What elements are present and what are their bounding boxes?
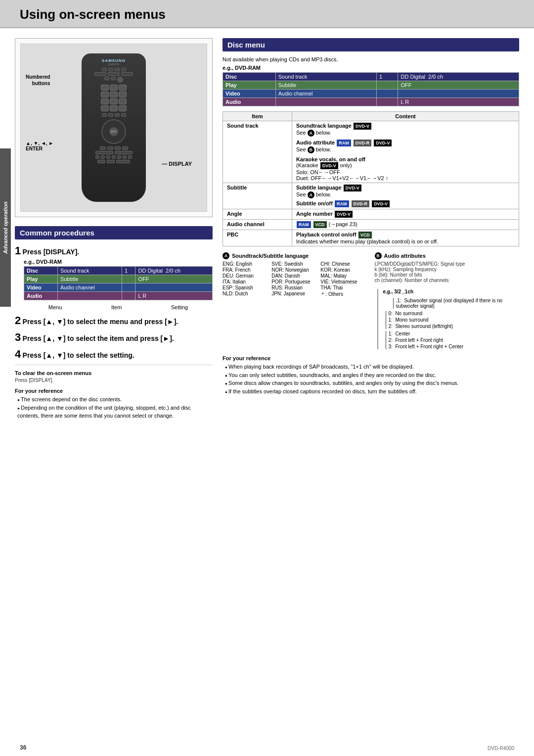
section-a-title: A Soundtrack/Subtitle language [222,252,367,259]
bc1[interactable] [95,155,99,159]
page-number: 36 [20,744,26,751]
enter-btn[interactable]: ENT [109,127,118,136]
play-btn[interactable] [108,113,113,117]
col-content: Content [292,112,519,121]
diagram-surround: 0: No surround 1: Mono surround 2: Stere… [386,311,520,329]
row-disc-label: Disc [24,267,58,275]
lang-item: THA: Thai [320,285,367,290]
diagram-branch: .1: Subwoofer signal (not displayed if t… [393,298,520,309]
btn-wide2[interactable] [108,72,120,76]
circle-b: B [375,252,382,259]
transport-row [102,113,126,117]
step-4-num: 4 [15,348,21,360]
row-video-num [122,284,135,292]
bc3[interactable] [106,155,110,159]
lang-item: JPN: Japanese [271,291,318,298]
step-1-num: 1 [15,244,21,257]
ref-item: Some discs allow changes to soundtracks,… [225,379,519,387]
clear-title: To clear the on-screen menus [15,370,213,376]
num-2[interactable] [110,85,118,91]
btn2[interactable] [108,68,113,71]
num-4[interactable] [101,92,109,97]
numbered-buttons-label: Numberedbuttons [26,74,50,87]
disc-menu-header: Disc menu [222,38,519,51]
bc4[interactable] [112,155,116,159]
num-100[interactable] [110,105,118,111]
num-5[interactable] [110,92,118,97]
btn1[interactable] [102,68,107,71]
language-grid: ENG: English SVE: Swedish CHI: Chinese F… [222,261,367,298]
rew-btn[interactable] [102,113,107,117]
row-play-label: Play [24,275,58,284]
btn3[interactable] [115,68,120,71]
diagram-item: 3: Front left + Front right + Center [389,344,520,349]
audio-attr-line4: ch (channel): Number of channels [375,278,520,283]
content-line: Playback control on/off VCD [296,232,515,238]
erase-btn[interactable] [97,160,105,163]
func-btn4[interactable] [122,146,128,150]
num-6[interactable] [119,92,127,97]
power-btn[interactable] [117,77,123,83]
lang-item: MAL: Malay [320,273,367,279]
num-1[interactable] [101,85,109,91]
btn-s2[interactable] [111,77,116,80]
row-disc-num: 1 [122,267,135,275]
num-9[interactable] [119,98,127,104]
section-b-label: Audio attributes [384,253,426,259]
bb2[interactable] [115,151,133,154]
rec-btn[interactable] [116,160,130,163]
btn-s1[interactable] [104,77,109,80]
btn-wide1[interactable] [94,72,106,76]
disc-content-table: Item Content Sound track Soundtrack lang… [222,111,519,246]
disc-menu-intro: Not available when playing CDs and MP3 d… [222,56,519,62]
num-8[interactable] [110,98,118,104]
bc7[interactable] [128,155,132,159]
bb1[interactable] [95,151,113,154]
row-video-num [377,90,398,98]
content-subtitle: Subtitle language DVD-V See A below. Sub… [292,183,519,209]
btn-wide3[interactable] [121,72,133,76]
diagram-item: 1: Mono surround [389,317,520,323]
remote-image: Numberedbuttons ▲, ▼, ◄, ►ENTER — DISPLA… [20,44,207,212]
num-0[interactable] [101,105,109,111]
content-line: Subtitle language DVD-V [296,185,515,191]
section-a-label: Soundtrack/Subtitle language [232,253,309,259]
lang-item: FRA: French [222,267,269,273]
lang-item: DEU: German [222,273,269,279]
table-row: Disc Sound track 1 DD Digital 2/0 ch [24,267,213,275]
table-row: Angle Angle number DVD-V [223,209,519,220]
lang-item: VIE: Vietnamese [320,279,367,284]
diagram-item: .1: Subwoofer signal (not displayed if t… [396,298,520,309]
step-3-text: Press [▲, ▼] to select the item and pres… [23,334,174,342]
skip-btn[interactable] [121,113,126,117]
row-audio-item [57,292,122,300]
remote-body: SAMSUNG DVD/TV [82,53,146,202]
top-buttons [102,68,126,71]
num-vol[interactable] [119,105,127,111]
common-procedures-section: Common procedures 1 Press [DISPLAY]. e.g… [15,226,213,420]
num-3[interactable] [119,85,127,91]
number-grid [101,85,127,111]
step1-eg-label: e.g., DVD-RAM [24,259,213,265]
bottom-row2 [95,155,132,159]
ff-btn[interactable] [115,113,120,117]
row-video-label: Video [223,90,276,98]
diagram-item: 2: Stereo surround (left/right) [389,324,520,329]
display-label: — DISPLAY [162,161,192,167]
func-btn2[interactable] [107,146,113,150]
bc6[interactable] [123,155,127,159]
table-row: Play Subtitle OFF [223,81,519,90]
func-btn1[interactable] [100,146,106,150]
footer-menu: Menu [48,304,62,310]
bc2[interactable] [101,155,105,159]
footer-item: Item [111,304,122,310]
btn4[interactable] [121,68,126,71]
reference-title-left: For your reference [15,388,213,394]
ref-item: The screens depend on the disc contents. [17,395,213,404]
fine-btn[interactable] [107,160,115,163]
func-btn3[interactable] [115,146,121,150]
ref-item: When playing back recordings of SAP broa… [225,363,519,371]
num-7[interactable] [101,98,109,104]
bc5[interactable] [117,155,121,159]
table-row: Disc Sound track 1 DD Digital 2/0 ch [223,73,519,81]
